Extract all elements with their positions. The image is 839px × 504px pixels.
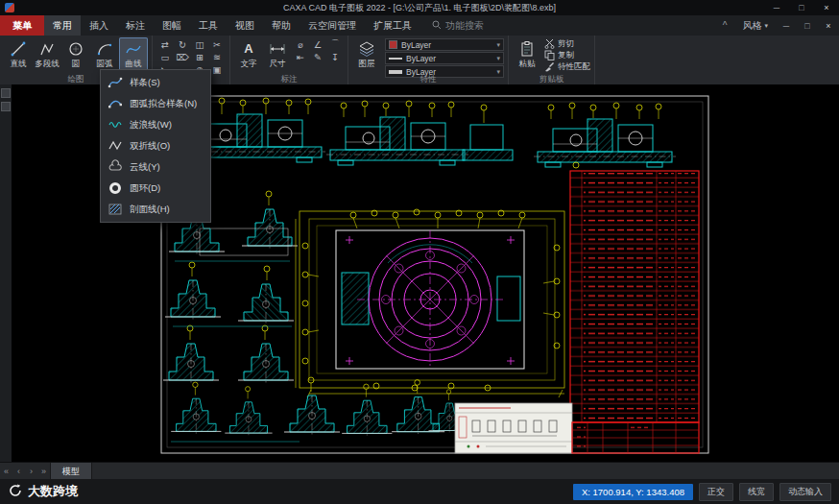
doc-restore-button[interactable]: □ <box>797 15 818 36</box>
search-label: 功能搜索 <box>445 19 484 33</box>
menu-item-spline[interactable]: 样条(S) <box>103 72 208 93</box>
chevron-down-icon: ▾ <box>764 23 768 29</box>
window-title: CAXA CAD 电子图板 2022 - [G:\公司产品\1. 电子图板\2D… <box>0 0 839 15</box>
style-dropdown[interactable]: 风格 ▾ <box>734 15 776 36</box>
collapse-ribbon-icon[interactable]: ^ <box>715 15 735 36</box>
menu-item-label: 双折线(O) <box>130 140 170 153</box>
annotate-tool-icon[interactable]: ✎ <box>309 51 326 63</box>
function-search[interactable]: 功能搜索 <box>420 15 495 36</box>
modify-tool-icon[interactable]: ≋ <box>208 51 226 63</box>
menu-item-label: 波浪线(W) <box>130 119 172 132</box>
tab-menu[interactable]: 菜单 <box>0 15 44 36</box>
hatch-icon <box>108 202 123 217</box>
title-bar: CAXA CAD 电子图板 2022 - [G:\公司产品\1. 电子图板\2D… <box>0 0 839 15</box>
tab-sheet[interactable]: 图幅 <box>154 15 190 36</box>
cloud-line-icon <box>108 159 123 175</box>
line-icon <box>9 39 28 59</box>
coordinates-display: X: 1700.914, Y: 1343.408 <box>573 484 693 500</box>
docked-panel-icon[interactable] <box>1 102 11 111</box>
text-tool-button[interactable]: A 文字 <box>234 37 263 68</box>
linetype-combo[interactable]: ByLayer ▾ <box>385 52 504 64</box>
title-block <box>572 422 699 453</box>
match-label: 特性匹配 <box>558 61 590 73</box>
cut-button[interactable]: 剪切 <box>544 38 590 50</box>
status-bar: 大数跨境 X: 1700.914, Y: 1343.408 正交 线宽 动态输入 <box>0 479 839 504</box>
zigzag-line-icon <box>108 138 123 154</box>
modify-tool-icon[interactable]: ▭ <box>156 51 174 63</box>
lineweight-sample <box>389 70 402 74</box>
left-dock-rail <box>0 84 12 462</box>
style-label: 风格 <box>742 19 761 33</box>
circle-tool-button[interactable]: 圆 <box>61 37 90 68</box>
lineweight-toggle[interactable]: 线宽 <box>739 483 774 501</box>
tab-extensions[interactable]: 扩展工具 <box>365 15 420 36</box>
copy-button[interactable]: 复制 <box>544 50 590 61</box>
line-tool-button[interactable]: 直线 <box>4 37 33 68</box>
doc-close-button[interactable]: × <box>818 15 839 36</box>
modify-tool-icon[interactable]: ⌦ <box>174 51 191 63</box>
ortho-toggle[interactable]: 正交 <box>699 483 733 501</box>
spline-icon <box>108 75 123 90</box>
annotate-tool-icon[interactable]: ↧ <box>326 51 344 63</box>
docked-panel-icon[interactable] <box>1 88 11 98</box>
last-sheet-icon[interactable]: » <box>37 463 50 480</box>
arc-tool-button[interactable]: 圆弧 <box>90 37 119 68</box>
donut-icon <box>108 180 123 196</box>
menu-item-label: 圆弧拟合样条(N) <box>130 98 197 110</box>
prev-sheet-icon[interactable]: ‹ <box>12 463 25 480</box>
modify-tool-icon[interactable]: ✂ <box>208 38 226 51</box>
paste-icon <box>517 39 537 59</box>
modify-tool-icon[interactable]: ⊞ <box>191 51 208 63</box>
maximize-button[interactable]: □ <box>789 0 814 15</box>
layer-button[interactable]: 图层 <box>352 37 381 68</box>
curve-icon <box>124 39 143 59</box>
tool-label: 圆弧 <box>97 59 113 68</box>
arc-icon <box>95 39 114 59</box>
dimension-icon <box>268 39 287 59</box>
wave-line-icon <box>108 117 123 132</box>
tab-view[interactable]: 视图 <box>227 15 263 36</box>
tab-cloud[interactable]: 云空间管理 <box>300 15 365 36</box>
dimension-tool-button[interactable]: 尺寸 <box>263 37 292 68</box>
modify-tool-icon[interactable]: ⇄ <box>156 38 174 51</box>
model-tab[interactable]: 模型 <box>50 463 92 480</box>
menu-item-donut[interactable]: 圆环(D) <box>103 178 208 199</box>
modify-tool-icon[interactable]: ↻ <box>174 38 191 51</box>
menu-item-arc-fit-spline[interactable]: 圆弧拟合样条(N) <box>103 93 208 114</box>
menu-item-label: 剖面线(H) <box>130 204 170 216</box>
dynamic-input-toggle[interactable]: 动态输入 <box>779 483 831 501</box>
menu-item-hatch[interactable]: 剖面线(H) <box>103 199 208 220</box>
top-view-2 <box>326 101 513 165</box>
menu-item-zigzag-line[interactable]: 双折线(O) <box>103 135 208 156</box>
tab-common[interactable]: 常用 <box>44 15 81 36</box>
tab-tools[interactable]: 工具 <box>190 15 227 36</box>
first-sheet-icon[interactable]: « <box>0 463 12 480</box>
annotate-tool-icon[interactable]: ⇤ <box>292 51 309 63</box>
group-label-annotate: 标注 <box>230 74 348 84</box>
match-properties-button[interactable]: 特性匹配 <box>544 61 590 73</box>
tool-label: 尺寸 <box>270 59 286 68</box>
watermark-text: 大数跨境 <box>28 483 78 500</box>
menu-item-wave-line[interactable]: 波浪线(W) <box>103 114 208 135</box>
modify-tool-icon[interactable]: ◫ <box>191 38 208 51</box>
annotate-tool-icon[interactable]: ⌀ <box>292 38 309 51</box>
tab-help[interactable]: 帮助 <box>263 15 300 36</box>
chevron-down-icon: ▾ <box>496 41 500 49</box>
ribbon-group-properties: 图层 ByLayer ▾ ByLayer ▾ ByLayer ▾ <box>348 36 509 84</box>
menu-item-cloud-line[interactable]: 云线(Y) <box>103 156 208 178</box>
center-assembly-view <box>296 209 564 397</box>
close-button[interactable]: × <box>814 0 839 15</box>
minimize-button[interactable]: ─ <box>764 0 789 15</box>
watermark: 大数跨境 <box>8 483 78 501</box>
tab-annotation[interactable]: 标注 <box>117 15 154 36</box>
tab-insert[interactable]: 插入 <box>81 15 117 36</box>
polyline-tool-button[interactable]: 多段线 <box>33 37 61 68</box>
paste-button[interactable]: 粘贴 <box>513 37 541 68</box>
annotate-tool-icon[interactable]: ⌒ <box>326 38 344 51</box>
text-icon: A <box>239 39 258 59</box>
menu-item-label: 圆环(D) <box>130 182 160 195</box>
doc-minimize-button[interactable]: ─ <box>776 15 797 36</box>
next-sheet-icon[interactable]: › <box>25 463 37 480</box>
color-combo[interactable]: ByLayer ▾ <box>385 38 504 51</box>
annotate-tool-icon[interactable]: ∠ <box>309 38 326 51</box>
